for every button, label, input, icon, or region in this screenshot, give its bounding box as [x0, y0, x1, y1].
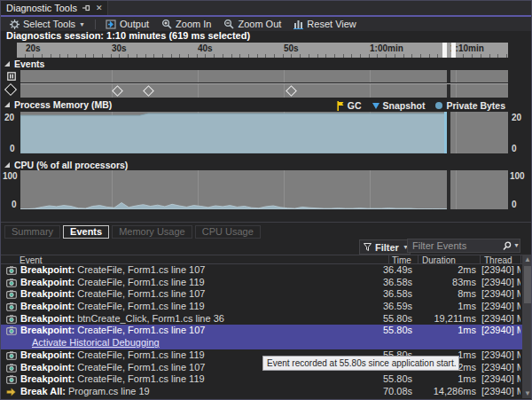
- event-description: Breakpoint: btnCreate_Click, Form1.cs li…: [20, 313, 375, 325]
- zoom-in-button[interactable]: Zoom In: [157, 18, 215, 30]
- memory-axis-min-right: 0: [512, 144, 517, 153]
- event-time: 36.58s: [356, 288, 412, 301]
- event-time: 36.49s: [356, 264, 412, 277]
- activate-historical-debugging-row[interactable]: Activate Historical Debugging: [1, 337, 522, 349]
- selection-band: [447, 84, 450, 98]
- event-time: 55.80s: [356, 325, 412, 337]
- private-bytes-dot-icon: [435, 102, 442, 109]
- event-detail: Program.cs line 19: [68, 386, 150, 396]
- filter-button[interactable]: Filter ▼: [359, 239, 411, 255]
- break-all-arrow-icon: [6, 388, 16, 396]
- tab-memory-usage[interactable]: Memory Usage: [112, 225, 192, 239]
- cpu-section-title: CPU (% of all processors): [14, 160, 128, 170]
- event-prefix: Breakpoint:: [20, 362, 77, 373]
- event-detail: btnCreate_Click, Form1.cs line 36: [77, 313, 224, 324]
- reset-view-button[interactable]: Reset View: [289, 18, 360, 30]
- activate-historical-debugging-link[interactable]: Activate Historical Debugging: [32, 337, 160, 349]
- output-button[interactable]: Output: [101, 18, 153, 30]
- collapse-triangle-icon: [4, 61, 10, 67]
- legend-private-bytes-label: Private Bytes: [446, 100, 505, 111]
- memory-legend: GC Snapshot Private Bytes: [337, 100, 505, 111]
- select-tools-button[interactable]: Select Tools ▼: [5, 18, 90, 30]
- camera-icon: [6, 315, 17, 324]
- event-prefix: Breakpoint:: [20, 301, 77, 311]
- scroll-up-arrow-icon[interactable]: ▲: [522, 255, 532, 264]
- memory-axis-max-left: 20: [4, 113, 14, 122]
- tab-summary[interactable]: Summary: [4, 225, 60, 239]
- splitter[interactable]: [1, 222, 531, 223]
- event-description: Breakpoint: CreateFile, Form1.cs line 11…: [20, 301, 375, 313]
- timeline-ruler[interactable]: 20s30s40s50s1:00min1:10min: [17, 43, 508, 58]
- event-table-row[interactable]: Breakpoint: CreateFile, Form1.cs line 11…: [1, 373, 522, 386]
- event-table-row[interactable]: Breakpoint: CreateFile, Form1.cs line 11…: [1, 301, 522, 313]
- event-table-row[interactable]: Breakpoint: btnCreate_Click, Form1.cs li…: [1, 313, 522, 325]
- scrollbar-thumb[interactable]: [524, 266, 531, 303]
- selection-handle-right[interactable]: [451, 43, 456, 58]
- legend-private-bytes: Private Bytes: [435, 100, 505, 111]
- event-time: 36.58s: [356, 277, 412, 289]
- memory-section-title: Process Memory (MB): [14, 99, 112, 110]
- memory-chart[interactable]: [20, 112, 508, 153]
- cpu-chart[interactable]: [20, 170, 508, 209]
- event-thread: [23940] M: [481, 349, 520, 362]
- events-section-header[interactable]: Events: [4, 59, 44, 69]
- event-prefix: Breakpoint:: [20, 288, 77, 299]
- event-detail: CreateFile, Form1.cs line 107: [77, 362, 205, 373]
- snapshot-triangle-icon: [372, 103, 379, 109]
- close-icon[interactable]: ✕: [96, 4, 103, 12]
- event-table-row[interactable]: Breakpoint: CreateFile, Form1.cs line 10…: [1, 325, 522, 337]
- cpu-section-header[interactable]: CPU (% of all processors): [4, 160, 128, 170]
- camera-icon: [6, 290, 17, 299]
- event-thread: [23940] M: [481, 313, 520, 325]
- tab-events[interactable]: Events: [63, 225, 109, 239]
- event-thread: [23940] M: [481, 362, 520, 374]
- event-detail: CreateFile, Form1.cs line 107: [77, 325, 205, 335]
- event-table-row[interactable]: Breakpoint: CreateFile, Form1.cs line 10…: [1, 288, 522, 301]
- event-time: 55.80s: [356, 313, 412, 325]
- event-prefix: Break All:: [20, 386, 68, 396]
- search-icon[interactable]: [503, 241, 512, 250]
- event-diamond-marker[interactable]: [286, 85, 297, 97]
- tab-diagnostic-tools[interactable]: Diagnostic Tools ✕: [1, 1, 108, 15]
- diamond-track-icon: [4, 83, 17, 96]
- cpu-axis-max-right: 100: [510, 171, 525, 181]
- event-thread: [23940] M: [481, 264, 520, 277]
- event-diamond-marker[interactable]: [112, 85, 123, 97]
- memory-section-header[interactable]: Process Memory (MB): [4, 99, 112, 110]
- event-table-row[interactable]: Break All: Program.cs line 19 70.08s 14,…: [1, 386, 522, 398]
- memory-axis-max-right: 20: [512, 113, 521, 122]
- legend-snapshot-label: Snapshot: [383, 100, 426, 111]
- chevron-down-icon[interactable]: ▼: [513, 242, 520, 248]
- pin-icon[interactable]: [82, 4, 90, 12]
- scroll-down-arrow-icon[interactable]: ▼: [522, 388, 532, 398]
- event-duration: 14,286ms: [414, 386, 476, 398]
- tab-cpu-usage[interactable]: CPU Usage: [195, 225, 261, 239]
- camera-icon: [6, 266, 17, 275]
- event-description: Breakpoint: CreateFile, Form1.cs line 11…: [20, 373, 375, 386]
- funnel-icon: [364, 243, 372, 251]
- vertical-scrollbar[interactable]: ▲ ▼: [522, 255, 532, 398]
- selection-band: [447, 112, 450, 153]
- selection-handle-left[interactable]: [442, 43, 447, 58]
- event-duration: 1ms: [414, 373, 476, 386]
- events-track-top[interactable]: [20, 70, 508, 82]
- cpu-axis-min-right: 0: [512, 200, 517, 209]
- event-table-row[interactable]: Breakpoint: CreateFile, Form1.cs line 11…: [1, 277, 522, 289]
- event-table-header: Event Time Duration Thread: [1, 255, 522, 264]
- event-prefix: Breakpoint:: [20, 349, 77, 360]
- output-label: Output: [120, 19, 149, 29]
- chevron-down-icon: ▼: [79, 21, 85, 27]
- zoom-out-button[interactable]: Zoom Out: [219, 18, 286, 30]
- event-table-row[interactable]: Breakpoint: CreateFile, Form1.cs line 10…: [1, 264, 522, 277]
- zoom-out-icon: [223, 19, 234, 29]
- event-thread: [23940] M: [481, 386, 520, 398]
- event-description: Breakpoint: CreateFile, Form1.cs line 10…: [20, 325, 375, 337]
- window-tab-strip: Diagnostic Tools ✕: [1, 1, 531, 15]
- event-detail: CreateFile, Form1.cs line 119: [77, 373, 204, 384]
- memory-area-svg: [20, 112, 508, 153]
- event-diamond-marker[interactable]: [143, 85, 154, 97]
- event-detail: CreateFile, Form1.cs line 107: [77, 288, 205, 299]
- tick-label: 50s: [284, 43, 299, 53]
- event-duration: 1ms: [414, 325, 476, 337]
- events-track-markers[interactable]: [20, 83, 508, 98]
